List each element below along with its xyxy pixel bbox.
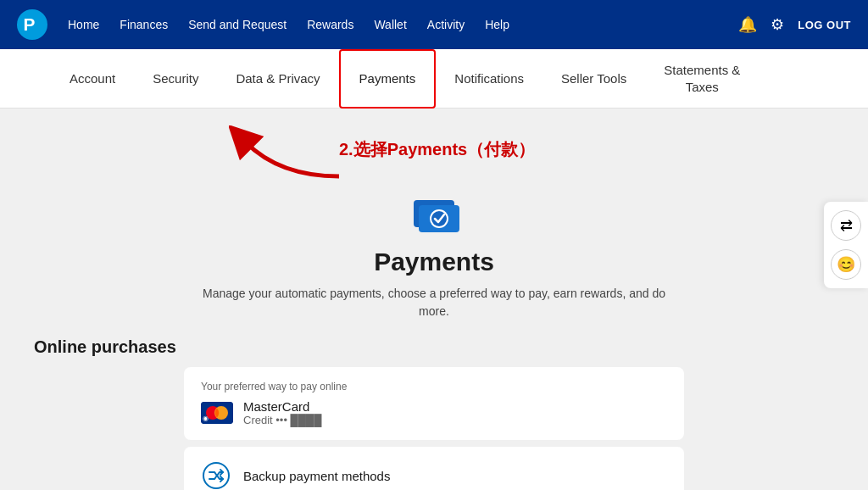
top-navigation: P Home Finances Send and Request Rewards… bbox=[0, 0, 868, 49]
backup-payment-label: Backup payment methods bbox=[243, 469, 390, 483]
nav-activity[interactable]: Activity bbox=[427, 18, 465, 31]
subnav-notifications[interactable]: Notifications bbox=[436, 49, 542, 109]
subnav-security[interactable]: Security bbox=[134, 49, 217, 109]
mastercard-row: ◉ MasterCard Credit ••• ████ bbox=[201, 399, 667, 426]
nav-send-request[interactable]: Send and Request bbox=[188, 18, 287, 31]
translate-icon[interactable]: ⇄ bbox=[831, 210, 861, 241]
preferred-label: Your preferred way to pay online bbox=[201, 381, 667, 393]
mastercard-sub: Credit ••• ████ bbox=[243, 414, 321, 426]
annotation-text: 2.选择Payments（付款） bbox=[339, 138, 535, 161]
red-arrow-icon bbox=[229, 125, 348, 185]
svg-text:◉: ◉ bbox=[203, 415, 209, 422]
subnav-statements-taxes[interactable]: Statements &Taxes bbox=[645, 49, 759, 109]
top-nav-right: 🔔 ⚙ LOG OUT bbox=[738, 15, 851, 34]
subnav-account[interactable]: Account bbox=[51, 49, 134, 109]
payments-section: Payments Manage your automatic payments,… bbox=[34, 193, 834, 490]
mastercard-info: MasterCard Credit ••• ████ bbox=[243, 399, 321, 426]
nav-rewards[interactable]: Rewards bbox=[307, 18, 353, 31]
svg-text:P: P bbox=[24, 14, 36, 34]
payments-description: Manage your automatic payments, choose a… bbox=[188, 285, 680, 320]
nav-wallet[interactable]: Wallet bbox=[374, 18, 406, 31]
annotation-area: 2.选择Payments（付款） bbox=[34, 125, 834, 193]
main-content: 2.选择Payments（付款） Payments Manage your au… bbox=[0, 109, 868, 490]
mastercard-logo-icon: ◉ bbox=[201, 402, 233, 424]
subnav-seller-tools[interactable]: Seller Tools bbox=[542, 49, 645, 109]
svg-point-6 bbox=[431, 211, 447, 226]
logout-button[interactable]: LOG OUT bbox=[798, 19, 851, 31]
sub-navigation: Account Security Data & Privacy Payments… bbox=[0, 49, 868, 109]
settings-gear-icon[interactable]: ⚙ bbox=[771, 15, 784, 34]
top-nav-links: Home Finances Send and Request Rewards W… bbox=[68, 18, 738, 31]
mastercard-name: MasterCard bbox=[243, 399, 321, 414]
paypal-logo-icon[interactable]: P bbox=[17, 9, 47, 40]
nav-finances[interactable]: Finances bbox=[120, 18, 168, 31]
right-sidebar: ⇄ 😊 bbox=[824, 202, 868, 288]
notification-bell-icon[interactable]: 🔔 bbox=[738, 15, 757, 34]
nav-help[interactable]: Help bbox=[485, 18, 509, 31]
subnav-payments[interactable]: Payments bbox=[339, 49, 437, 109]
payments-icon bbox=[403, 193, 465, 237]
payments-title: Payments bbox=[374, 248, 494, 276]
backup-icon bbox=[201, 460, 231, 490]
preferred-payment-card[interactable]: Your preferred way to pay online ◉ Maste… bbox=[184, 367, 684, 440]
chat-icon[interactable]: 😊 bbox=[831, 249, 861, 280]
online-purchases-heading: Online purchases bbox=[34, 337, 534, 357]
nav-home[interactable]: Home bbox=[68, 18, 99, 31]
backup-payment-item[interactable]: Backup payment methods bbox=[184, 447, 684, 490]
subnav-data-privacy[interactable]: Data & Privacy bbox=[217, 49, 338, 109]
